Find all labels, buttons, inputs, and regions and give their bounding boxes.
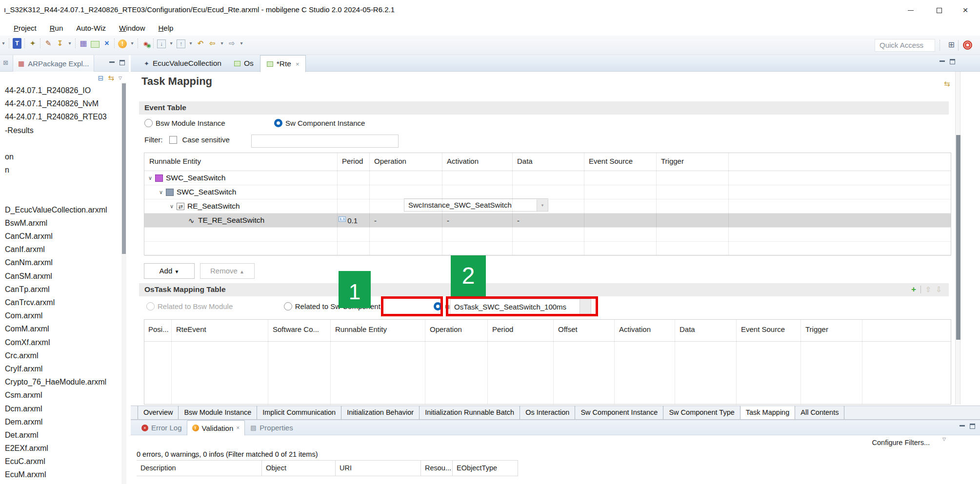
quick-access-input[interactable]: Quick Access [875, 39, 935, 52]
column-header[interactable]: Operation [425, 320, 487, 341]
sidebar-item[interactable]: 44-24.07.1_R240826_NvM [5, 97, 118, 110]
sidebar-item[interactable]: Crypto_76_HaeModule.arxml [5, 375, 118, 388]
form-tab[interactable]: All Contents [795, 406, 844, 419]
sidebar-item[interactable]: Crc.arxml [5, 349, 118, 362]
sidebar-item[interactable]: CanTp.arxml [5, 283, 118, 296]
table-row[interactable]: ∨ SWC_SeatSwitch [144, 185, 951, 199]
column-header[interactable]: Data [512, 153, 584, 171]
table-row[interactable]: ∨ RE_SeatSwitch [144, 199, 951, 213]
import-icon[interactable]: ↧ [56, 38, 64, 49]
sidebar-item[interactable]: Dcm.arxml [5, 402, 118, 415]
maximize-view-icon[interactable] [950, 59, 955, 64]
tab-error-log[interactable]: × Error Log [137, 420, 187, 435]
sidebar-item[interactable]: EcuC.arxml [5, 455, 118, 468]
related-bsw-radio[interactable] [146, 302, 155, 310]
sidebar-item[interactable]: EcuM.arxml [5, 468, 118, 481]
menu-item[interactable]: Project [14, 20, 37, 36]
menu-item[interactable]: Auto-Wiz [76, 20, 106, 36]
form-tab[interactable]: Initialization Behavior [341, 406, 420, 419]
chevron-down-icon[interactable]: ∨ [159, 189, 165, 195]
configure-filters-link[interactable]: Configure Filters... [872, 439, 930, 446]
combo-dropdown-icon[interactable] [580, 299, 591, 314]
toolbar-caret-icon[interactable]: ▾ [1, 38, 6, 49]
minimize-view-icon[interactable] [109, 61, 115, 63]
forward-caret-icon[interactable]: ▾ [239, 38, 244, 49]
sidebar-item[interactable]: CryIf.arxml [5, 362, 118, 375]
column-header[interactable]: Resou... [421, 461, 453, 476]
column-header[interactable]: Offset [553, 320, 614, 341]
clear-icon[interactable]: × [102, 38, 111, 49]
move-down-icon[interactable]: ⇩ [936, 285, 942, 294]
table-row[interactable]: ∨ SWC_SeatSwitch [144, 171, 951, 185]
tab-os[interactable]: Os [228, 55, 260, 72]
close-icon[interactable]: × [296, 60, 300, 68]
chevron-down-icon[interactable]: ∨ [170, 203, 176, 210]
form-tab[interactable]: Sw Component Instance [575, 406, 663, 419]
sidebar-scrollbar[interactable] [121, 82, 126, 484]
column-header[interactable] [728, 153, 951, 171]
sidebar-item[interactable]: Dem.arxml [5, 415, 118, 428]
case-sensitive-label[interactable]: Case sensitive [182, 136, 230, 144]
column-header[interactable]: Period [487, 320, 553, 341]
column-header[interactable]: Runnable Entity [144, 153, 337, 171]
radio-label[interactable]: Sw Component Instance [285, 119, 365, 127]
table-row[interactable] [144, 228, 951, 242]
menu-item[interactable]: Window [119, 20, 145, 36]
column-header[interactable]: Trigger [656, 153, 728, 171]
close-button[interactable]: × [955, 2, 976, 19]
form-tab[interactable]: Os Interaction [520, 406, 575, 419]
push-caret-icon[interactable]: ▾ [188, 38, 193, 49]
ostask-combo[interactable]: OsTask_SWC_SeatSwitch_100ms [450, 299, 591, 315]
maximize-view-icon[interactable] [970, 424, 975, 429]
form-tab[interactable]: Initialization Runnable Batch [420, 406, 520, 419]
run-config-icon[interactable]: ◉ [141, 38, 150, 49]
import-caret-icon[interactable]: ▾ [67, 38, 72, 49]
form-tab[interactable]: Task Mapping [740, 406, 795, 419]
sidebar-item[interactable] [5, 190, 118, 203]
sidebar-item[interactable]: CanCM.arxml [5, 230, 118, 243]
column-header[interactable]: Activation [614, 320, 675, 341]
back-caret-icon[interactable]: ▾ [220, 38, 224, 49]
column-header[interactable]: Posi... [144, 320, 171, 341]
sidebar-item[interactable]: E2EXf.arxml [5, 442, 118, 455]
form-tab[interactable]: Overview [138, 406, 179, 419]
column-header[interactable]: Data [675, 320, 736, 341]
sw-component-instance-radio[interactable] [274, 119, 282, 127]
move-up-icon[interactable]: ⇧ [925, 285, 932, 294]
pull-caret-icon[interactable]: ▾ [169, 38, 174, 49]
push-icon[interactable]: ↑ [177, 39, 185, 48]
sidebar-item[interactable]: CanNm.arxml [5, 256, 118, 269]
editor-scrollbar[interactable] [955, 72, 960, 405]
form-tab[interactable]: Implicit Communication [257, 406, 341, 419]
sync-icon[interactable]: ⇆ [944, 79, 950, 88]
column-header[interactable]: Object [262, 461, 336, 476]
sidebar-item[interactable]: Csm.arxml [5, 388, 118, 402]
sidebar-item[interactable]: -Results [5, 124, 118, 137]
sidebar-item[interactable]: CanIf.arxml [5, 243, 118, 256]
sidebar-scrollbar-thumb[interactable] [122, 83, 126, 254]
sidebar-item[interactable]: CanTrcv.arxml [5, 296, 118, 309]
warning-icon[interactable]: ! [118, 39, 127, 48]
column-header[interactable]: RteEvent [171, 320, 268, 341]
back-icon[interactable]: ⇦ [208, 38, 217, 49]
sidebar-item[interactable]: ComM.arxml [5, 322, 118, 335]
minimize-button[interactable] [900, 2, 921, 19]
table-row[interactable]: TE_RE_SeatSwitch 1,10.1 - - - [144, 213, 951, 228]
restore-icon[interactable]: ↶ [196, 38, 205, 49]
module-config-icon[interactable]: ▦ [79, 38, 88, 49]
editor-scrollbar-thumb[interactable] [956, 135, 960, 340]
maximize-button[interactable] [928, 2, 950, 19]
column-header[interactable]: URI [336, 461, 421, 476]
form-tab[interactable]: Sw Component Type [663, 406, 740, 419]
detached-tab-icon[interactable]: ⊠ [3, 59, 8, 66]
open-perspective-icon[interactable]: ⊞ [948, 40, 955, 49]
chevron-down-icon[interactable]: ∨ [148, 175, 154, 181]
column-header[interactable]: Activation [442, 153, 512, 171]
link-with-editor-icon[interactable]: ⇆ [108, 74, 115, 82]
menu-item[interactable]: Help [158, 20, 173, 36]
menu-item[interactable]: Run [50, 20, 63, 36]
validate-icon[interactable]: ✎ [44, 38, 53, 49]
close-icon[interactable]: × [236, 425, 240, 431]
sidebar-item[interactable] [5, 137, 118, 150]
add-mapping-icon[interactable]: + [911, 285, 916, 294]
